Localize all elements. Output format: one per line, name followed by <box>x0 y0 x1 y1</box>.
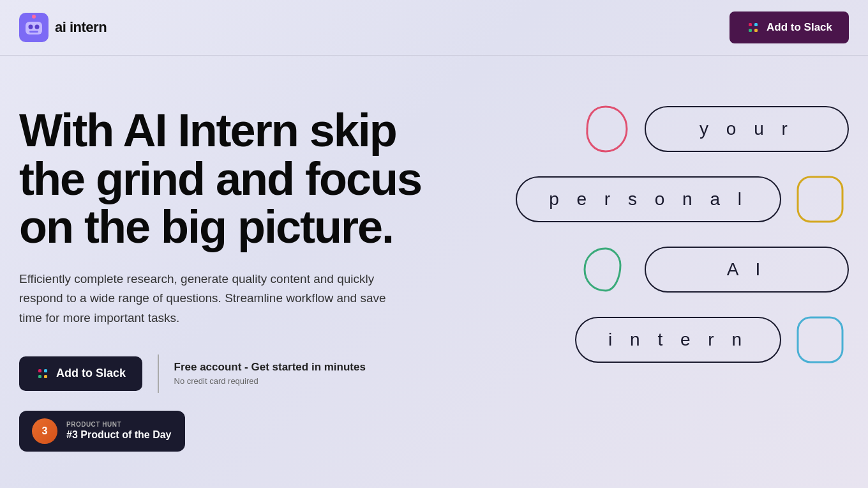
cta-add-slack-label: Add to Slack <box>56 367 126 380</box>
product-hunt-badge[interactable]: 3 PRODUCT HUNT #3 Product of the Day <box>19 411 185 452</box>
green-teardrop-shape <box>577 241 634 298</box>
free-main-text: Free account - Get started in minutes <box>174 361 366 374</box>
word-pill-your: y o u r <box>645 106 849 152</box>
word-row-intern: i n t e r n <box>479 311 849 369</box>
svg-rect-9 <box>749 29 752 32</box>
svg-rect-8 <box>754 23 758 26</box>
svg-point-6 <box>32 15 36 19</box>
svg-rect-7 <box>749 23 752 26</box>
hero-title: With AI Intern skip the grind and focus … <box>19 107 453 252</box>
word-personal: p e r s o n a l <box>549 189 748 209</box>
word-pill-ai: A I <box>645 247 849 293</box>
ph-title: #3 Product of the Day <box>66 429 171 441</box>
svg-rect-12 <box>44 369 47 372</box>
word-ai: A I <box>727 259 767 279</box>
word-row-ai: A I <box>479 241 849 298</box>
blue-squircle-shape <box>791 311 849 369</box>
word-row-your: y o u r <box>479 100 849 158</box>
svg-rect-15 <box>798 177 842 222</box>
svg-point-3 <box>35 25 40 29</box>
yellow-squircle-shape <box>791 171 849 228</box>
ph-rank-number: 3 <box>42 425 48 437</box>
svg-rect-14 <box>44 375 47 378</box>
right-column: y o u r p e r s o n a l A I i <box>479 94 849 369</box>
free-sub-text: No credit card required <box>174 376 366 386</box>
svg-rect-13 <box>38 375 41 378</box>
word-intern: i n t e r n <box>608 330 748 349</box>
word-pill-personal: p e r s o n a l <box>516 176 781 222</box>
slack-icon-cta <box>36 367 50 381</box>
pink-teardrop-shape <box>577 100 634 158</box>
hero-subtitle: Efficiently complete research, generate … <box>19 270 402 328</box>
svg-rect-4 <box>29 31 38 33</box>
logo-text: ai intern <box>55 19 107 36</box>
slack-icon <box>746 20 760 34</box>
cta-divider <box>158 355 159 393</box>
nav-add-slack-label: Add to Slack <box>767 21 832 34</box>
ph-text-block: PRODUCT HUNT #3 Product of the Day <box>66 421 171 441</box>
main-content: With AI Intern skip the grind and focus … <box>0 56 868 477</box>
navbar: ai intern Add to Slack <box>0 0 868 56</box>
ph-label: PRODUCT HUNT <box>66 421 171 428</box>
word-your: y o u r <box>700 119 794 139</box>
svg-point-2 <box>29 25 33 29</box>
nav-add-slack-button[interactable]: Add to Slack <box>730 11 849 43</box>
logo-icon <box>19 13 49 42</box>
svg-rect-11 <box>38 369 41 372</box>
svg-rect-16 <box>798 317 842 362</box>
cta-add-slack-button[interactable]: Add to Slack <box>19 356 142 391</box>
free-text: Free account - Get started in minutes No… <box>174 361 366 386</box>
left-column: With AI Intern skip the grind and focus … <box>19 94 453 452</box>
cta-row: Add to Slack Free account - Get started … <box>19 355 453 393</box>
ph-rank-circle: 3 <box>32 418 57 444</box>
word-row-personal: p e r s o n a l <box>479 171 849 228</box>
logo: ai intern <box>19 13 107 42</box>
svg-rect-10 <box>754 29 758 32</box>
word-pill-intern: i n t e r n <box>575 317 781 363</box>
